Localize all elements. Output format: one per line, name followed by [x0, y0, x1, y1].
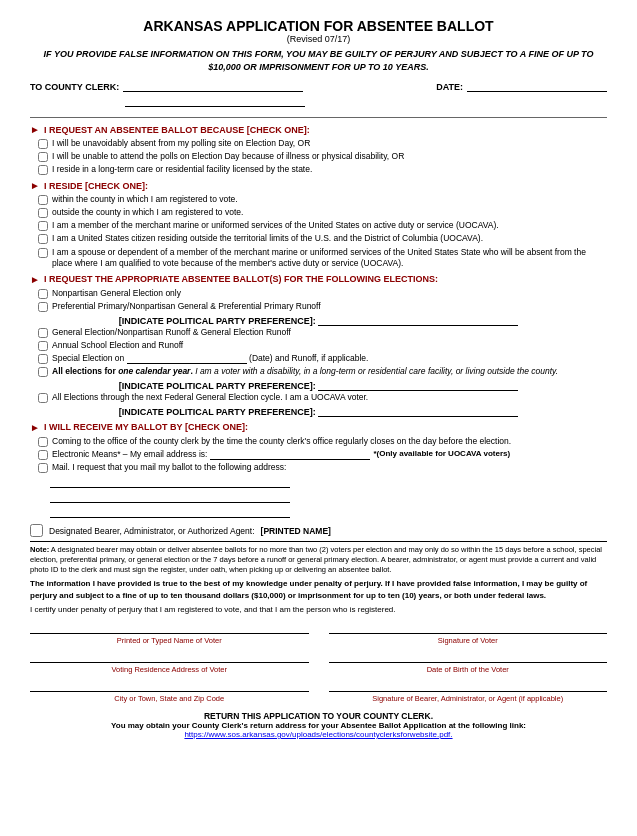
sig-cell-2: Signature of Voter	[329, 620, 608, 645]
sig-line-4	[329, 649, 608, 663]
section1-check2[interactable]	[38, 152, 48, 162]
mail-address-block	[30, 476, 607, 518]
section3-check4[interactable]	[38, 341, 48, 351]
page-title: ARKANSAS APPLICATION FOR ABSENTEE BALLOT	[30, 18, 607, 34]
sig-cell-4: Date of Birth of the Voter	[329, 649, 608, 674]
bearer-printed-name: [PRINTED NAME]	[261, 526, 331, 536]
section1-check1[interactable]	[38, 139, 48, 149]
return-link[interactable]: https://www.sos.arkansas.gov/uploads/ele…	[30, 730, 607, 739]
section3-option4: Annual School Election and Runoff	[30, 340, 607, 351]
section3-check2[interactable]	[38, 302, 48, 312]
special-election-date[interactable]	[127, 353, 247, 364]
section2-label3: I am a member of the merchant marine or …	[52, 220, 499, 231]
section4-option3: Mail. I request that you mail my ballot …	[30, 462, 607, 473]
to-county-label: TO COUNTY CLERK:	[30, 82, 119, 92]
mail-line-3	[50, 506, 290, 518]
section1-arrow: ►	[30, 124, 40, 135]
date-input[interactable]	[467, 81, 607, 92]
section3-header: ► I REQUEST THE APPROPRIATE ABSENTEE BAL…	[30, 274, 607, 285]
section3-check5[interactable]	[38, 354, 48, 364]
section4-label1: Coming to the office of the county clerk…	[52, 436, 511, 447]
section3-option5: Special Election on (Date) and Runoff, i…	[30, 353, 607, 364]
indicate1-label: [INDICATE POLITICAL PARTY PREFERENCE]:	[30, 315, 607, 326]
section2-check5[interactable]	[38, 248, 48, 258]
revised-label: (Revised 07/17)	[30, 34, 607, 44]
return-title: RETURN THIS APPLICATION TO YOUR COUNTY C…	[30, 711, 607, 721]
signature-grid: Printed or Typed Name of Voter Signature…	[30, 620, 607, 703]
section3-label6: All elections for one calendar year. I a…	[52, 366, 558, 377]
section3-check3[interactable]	[38, 328, 48, 338]
section2-check4[interactable]	[38, 234, 48, 244]
section3-label2: Preferential Primary/Nonpartisan General…	[52, 301, 321, 312]
section1-option2: I will be unable to attend the polls on …	[30, 151, 607, 162]
mail-line-2	[50, 491, 290, 503]
certify-text: I certify under penalty of perjury that …	[30, 605, 607, 614]
section3-check1[interactable]	[38, 289, 48, 299]
sig-label-4: Date of Birth of the Voter	[329, 665, 608, 674]
section4-label3: Mail. I request that you mail my ballot …	[52, 462, 286, 473]
section1-check3[interactable]	[38, 165, 48, 175]
county-clerk-input[interactable]	[123, 81, 303, 92]
section3-label1: Nonpartisan General Election only	[52, 288, 181, 299]
section2-title: I RESIDE [CHECK ONE]:	[44, 181, 148, 191]
indicate2-label: [INDICATE POLITICAL PARTY PREFERENCE]:	[30, 380, 607, 391]
section3-option7: All Elections through the next Federal G…	[30, 392, 607, 403]
sig-line-5	[30, 678, 309, 692]
indicate3-label: [INDICATE POLITICAL PARTY PREFERENCE]:	[30, 406, 607, 417]
perjury-block: The information I have provided is true …	[30, 578, 607, 600]
section1-label3: I reside in a long-term care or resident…	[52, 164, 312, 175]
mail-line-1	[50, 476, 290, 488]
section4-arrow: ►	[30, 422, 40, 433]
sig-label-3: Voting Residence Address of Voter	[30, 665, 309, 674]
section2-option4: I am a United States citizen residing ou…	[30, 233, 607, 244]
section3-label4: Annual School Election and Runoff	[52, 340, 183, 351]
section1-label1: I will be unavoidably absent from my pol…	[52, 138, 310, 149]
note-block: Note: A designated bearer may obtain or …	[30, 541, 607, 574]
section1-header: ► I REQUEST AN ABSENTEE BALLOT BECAUSE […	[30, 124, 607, 135]
section2-check3[interactable]	[38, 221, 48, 231]
sig-line-1	[30, 620, 309, 634]
sig-cell-6: Signature of Bearer, Administrator, or A…	[329, 678, 608, 703]
section4-title: I WILL RECEIVE MY BALLOT BY [CHECK ONE]:	[44, 422, 248, 432]
email-input[interactable]	[210, 449, 370, 460]
sig-label-5: City or Town, State and Zip Code	[30, 694, 309, 703]
section3-title: I REQUEST THE APPROPRIATE ABSENTEE BALLO…	[44, 274, 438, 284]
section4-check2[interactable]	[38, 450, 48, 460]
section1-label2: I will be unable to attend the polls on …	[52, 151, 404, 162]
sig-line-3	[30, 649, 309, 663]
warning-text: IF YOU PROVIDE FALSE INFORMATION ON THIS…	[30, 48, 607, 73]
section4-label2: Electronic Means* – My email address is:…	[52, 449, 510, 460]
section4-check1[interactable]	[38, 437, 48, 447]
section2-check2[interactable]	[38, 208, 48, 218]
section2-option3: I am a member of the merchant marine or …	[30, 220, 607, 231]
bearer-label: Designated Bearer, Administrator, or Aut…	[49, 526, 255, 536]
sig-cell-1: Printed or Typed Name of Voter	[30, 620, 309, 645]
section2-header: ► I RESIDE [CHECK ONE]:	[30, 180, 607, 191]
return-note: You may obtain your County Clerk's retur…	[30, 721, 607, 730]
sig-line-2	[329, 620, 608, 634]
section1-title: I REQUEST AN ABSENTEE BALLOT BECAUSE [CH…	[44, 125, 310, 135]
section3-option2: Preferential Primary/Nonpartisan General…	[30, 301, 607, 312]
section3-label3: General Election/Nonpartisan Runoff & Ge…	[52, 327, 291, 338]
section3-arrow: ►	[30, 274, 40, 285]
section2-check1[interactable]	[38, 195, 48, 205]
section2-arrow: ►	[30, 180, 40, 191]
section1-option1: I will be unavoidably absent from my pol…	[30, 138, 607, 149]
section2-option1: within the county in which I am register…	[30, 194, 607, 205]
date-label: DATE:	[436, 82, 463, 92]
section2-label4: I am a United States citizen residing ou…	[52, 233, 483, 244]
section3-check7[interactable]	[38, 393, 48, 403]
bearer-check[interactable]	[30, 524, 43, 537]
section3-check6[interactable]	[38, 367, 48, 377]
section3-label7: All Elections through the next Federal G…	[52, 392, 368, 403]
section3-option1: Nonpartisan General Election only	[30, 288, 607, 299]
section3-option3: General Election/Nonpartisan Runoff & Ge…	[30, 327, 607, 338]
sig-cell-5: City or Town, State and Zip Code	[30, 678, 309, 703]
sig-label-2: Signature of Voter	[329, 636, 608, 645]
sig-label-6: Signature of Bearer, Administrator, or A…	[329, 694, 608, 703]
section2-label5: I am a spouse or dependent of a member o…	[52, 247, 607, 269]
sig-cell-3: Voting Residence Address of Voter	[30, 649, 309, 674]
section2-label2: outside the county in which I am registe…	[52, 207, 243, 218]
return-block: RETURN THIS APPLICATION TO YOUR COUNTY C…	[30, 711, 607, 739]
section4-check3[interactable]	[38, 463, 48, 473]
